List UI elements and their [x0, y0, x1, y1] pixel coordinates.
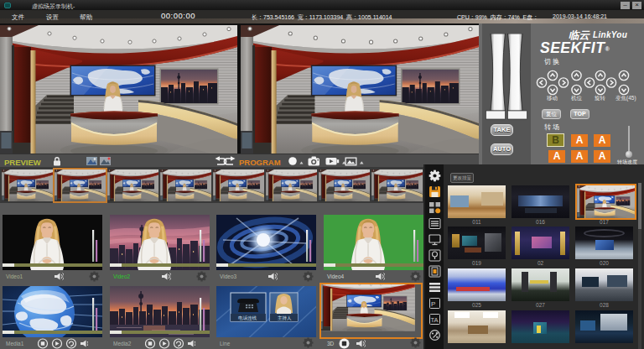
svg-text:机位: 机位 [571, 95, 583, 101]
svg-text:变焦(45): 变焦(45) [615, 95, 636, 102]
svg-text:旋转: 旋转 [595, 95, 606, 102]
svg-text:移动: 移动 [547, 95, 558, 102]
svg-text:P: P [431, 300, 435, 308]
svg-text:TA: TA [431, 316, 439, 324]
